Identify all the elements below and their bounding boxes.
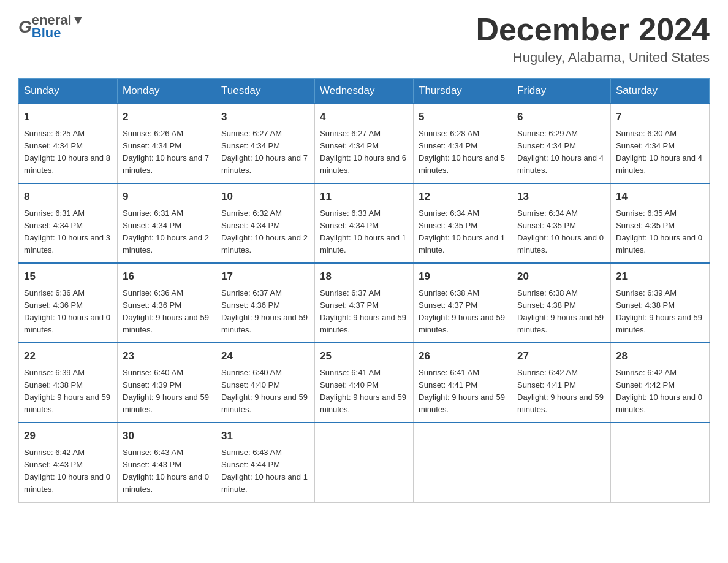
day-info: Sunrise: 6:36 AMSunset: 4:36 PMDaylight:… (123, 288, 209, 334)
calendar-day-cell: 10Sunrise: 6:32 AMSunset: 4:34 PMDayligh… (216, 183, 315, 263)
day-number: 3 (221, 109, 309, 125)
day-info: Sunrise: 6:25 AMSunset: 4:34 PMDaylight:… (24, 129, 110, 175)
calendar-day-cell: 20Sunrise: 6:38 AMSunset: 4:38 PMDayligh… (512, 263, 611, 343)
day-number: 23 (123, 348, 211, 364)
calendar-day-cell: 11Sunrise: 6:33 AMSunset: 4:34 PMDayligh… (315, 183, 414, 263)
day-number: 1 (24, 109, 112, 125)
day-info: Sunrise: 6:43 AMSunset: 4:43 PMDaylight:… (123, 448, 209, 494)
day-info: Sunrise: 6:41 AMSunset: 4:40 PMDaylight:… (320, 368, 406, 414)
day-number: 9 (123, 189, 211, 205)
title-area: December 2024 Huguley, Alabama, United S… (476, 12, 710, 66)
day-number: 6 (517, 109, 605, 125)
day-info: Sunrise: 6:42 AMSunset: 4:41 PMDaylight:… (517, 368, 604, 414)
calendar-day-header: Friday (512, 79, 611, 104)
calendar-day-cell: 19Sunrise: 6:38 AMSunset: 4:37 PMDayligh… (414, 263, 512, 343)
day-number: 18 (320, 269, 408, 285)
day-info: Sunrise: 6:28 AMSunset: 4:34 PMDaylight:… (419, 129, 505, 175)
day-number: 24 (221, 348, 309, 364)
day-info: Sunrise: 6:32 AMSunset: 4:34 PMDaylight:… (221, 209, 308, 255)
calendar-day-cell: 26Sunrise: 6:41 AMSunset: 4:41 PMDayligh… (414, 343, 512, 423)
calendar-day-cell: 8Sunrise: 6:31 AMSunset: 4:34 PMDaylight… (19, 183, 118, 263)
day-info: Sunrise: 6:33 AMSunset: 4:34 PMDaylight:… (320, 209, 406, 255)
calendar-day-cell: 17Sunrise: 6:37 AMSunset: 4:36 PMDayligh… (216, 263, 315, 343)
calendar-day-header: Sunday (19, 79, 118, 104)
day-info: Sunrise: 6:39 AMSunset: 4:38 PMDaylight:… (24, 368, 110, 414)
day-number: 28 (616, 348, 704, 364)
calendar-day-header: Wednesday (315, 79, 414, 104)
day-info: Sunrise: 6:40 AMSunset: 4:39 PMDaylight:… (123, 368, 209, 414)
calendar-day-cell: 16Sunrise: 6:36 AMSunset: 4:36 PMDayligh… (118, 263, 216, 343)
calendar-day-cell: 4Sunrise: 6:27 AMSunset: 4:34 PMDaylight… (315, 104, 414, 183)
calendar-day-cell: 25Sunrise: 6:41 AMSunset: 4:40 PMDayligh… (315, 343, 414, 423)
calendar-day-cell: 5Sunrise: 6:28 AMSunset: 4:34 PMDaylight… (414, 104, 512, 183)
calendar-day-cell: 31Sunrise: 6:43 AMSunset: 4:44 PMDayligh… (216, 423, 315, 502)
calendar-week-row: 29Sunrise: 6:42 AMSunset: 4:43 PMDayligh… (19, 423, 710, 502)
day-number: 5 (419, 109, 507, 125)
day-info: Sunrise: 6:43 AMSunset: 4:44 PMDaylight:… (221, 448, 308, 494)
calendar-title: December 2024 (476, 12, 710, 47)
day-number: 16 (123, 269, 211, 285)
day-number: 12 (419, 189, 507, 205)
day-info: Sunrise: 6:31 AMSunset: 4:34 PMDaylight:… (123, 209, 209, 255)
calendar-day-cell: 27Sunrise: 6:42 AMSunset: 4:41 PMDayligh… (512, 343, 611, 423)
day-number: 19 (419, 269, 507, 285)
day-info: Sunrise: 6:37 AMSunset: 4:37 PMDaylight:… (320, 288, 406, 334)
day-info: Sunrise: 6:37 AMSunset: 4:36 PMDaylight:… (221, 288, 308, 334)
day-number: 29 (24, 428, 112, 444)
page-header: G eneral▼ Blue December 2024 Huguley, Al… (18, 12, 710, 66)
calendar-day-cell: 1Sunrise: 6:25 AMSunset: 4:34 PMDaylight… (19, 104, 118, 183)
logo-blue-text: Blue (32, 25, 85, 41)
day-info: Sunrise: 6:27 AMSunset: 4:34 PMDaylight:… (320, 129, 406, 175)
day-info: Sunrise: 6:38 AMSunset: 4:38 PMDaylight:… (517, 288, 604, 334)
day-number: 30 (123, 428, 211, 444)
calendar-day-cell: 9Sunrise: 6:31 AMSunset: 4:34 PMDaylight… (118, 183, 216, 263)
day-number: 14 (616, 189, 704, 205)
calendar-day-cell (611, 423, 710, 502)
calendar-day-cell: 24Sunrise: 6:40 AMSunset: 4:40 PMDayligh… (216, 343, 315, 423)
calendar-subtitle: Huguley, Alabama, United States (476, 50, 710, 66)
day-number: 10 (221, 189, 309, 205)
calendar-day-cell: 21Sunrise: 6:39 AMSunset: 4:38 PMDayligh… (611, 263, 710, 343)
day-info: Sunrise: 6:42 AMSunset: 4:43 PMDaylight:… (24, 448, 110, 494)
day-info: Sunrise: 6:40 AMSunset: 4:40 PMDaylight:… (221, 368, 308, 414)
calendar-week-row: 1Sunrise: 6:25 AMSunset: 4:34 PMDaylight… (19, 104, 710, 183)
calendar-day-cell: 6Sunrise: 6:29 AMSunset: 4:34 PMDaylight… (512, 104, 611, 183)
day-number: 13 (517, 189, 605, 205)
calendar-day-cell (315, 423, 414, 502)
day-info: Sunrise: 6:29 AMSunset: 4:34 PMDaylight:… (517, 129, 604, 175)
day-info: Sunrise: 6:39 AMSunset: 4:38 PMDaylight:… (616, 288, 702, 334)
calendar-day-cell: 28Sunrise: 6:42 AMSunset: 4:42 PMDayligh… (611, 343, 710, 423)
calendar-header-row: SundayMondayTuesdayWednesdayThursdayFrid… (19, 79, 710, 104)
calendar-day-cell: 29Sunrise: 6:42 AMSunset: 4:43 PMDayligh… (19, 423, 118, 502)
day-number: 15 (24, 269, 112, 285)
day-number: 7 (616, 109, 704, 125)
day-info: Sunrise: 6:27 AMSunset: 4:34 PMDaylight:… (221, 129, 308, 175)
day-info: Sunrise: 6:36 AMSunset: 4:36 PMDaylight:… (24, 288, 110, 334)
logo: G eneral▼ Blue (18, 12, 85, 41)
day-number: 8 (24, 189, 112, 205)
day-number: 2 (123, 109, 211, 125)
calendar-day-cell: 22Sunrise: 6:39 AMSunset: 4:38 PMDayligh… (19, 343, 118, 423)
day-number: 31 (221, 428, 309, 444)
calendar-day-cell: 15Sunrise: 6:36 AMSunset: 4:36 PMDayligh… (19, 263, 118, 343)
calendar-day-cell: 7Sunrise: 6:30 AMSunset: 4:34 PMDaylight… (611, 104, 710, 183)
day-number: 22 (24, 348, 112, 364)
calendar-day-cell (512, 423, 611, 502)
calendar-day-cell: 18Sunrise: 6:37 AMSunset: 4:37 PMDayligh… (315, 263, 414, 343)
calendar-week-row: 8Sunrise: 6:31 AMSunset: 4:34 PMDaylight… (19, 183, 710, 263)
calendar-day-header: Monday (118, 79, 216, 104)
calendar-day-cell: 14Sunrise: 6:35 AMSunset: 4:35 PMDayligh… (611, 183, 710, 263)
calendar-day-header: Thursday (414, 79, 512, 104)
day-info: Sunrise: 6:42 AMSunset: 4:42 PMDaylight:… (616, 368, 702, 414)
calendar-day-cell: 13Sunrise: 6:34 AMSunset: 4:35 PMDayligh… (512, 183, 611, 263)
day-info: Sunrise: 6:26 AMSunset: 4:34 PMDaylight:… (123, 129, 209, 175)
day-info: Sunrise: 6:41 AMSunset: 4:41 PMDaylight:… (419, 368, 505, 414)
calendar-day-cell (414, 423, 512, 502)
day-info: Sunrise: 6:38 AMSunset: 4:37 PMDaylight:… (419, 288, 505, 334)
calendar-day-cell: 3Sunrise: 6:27 AMSunset: 4:34 PMDaylight… (216, 104, 315, 183)
calendar-day-cell: 2Sunrise: 6:26 AMSunset: 4:34 PMDaylight… (118, 104, 216, 183)
calendar-week-row: 22Sunrise: 6:39 AMSunset: 4:38 PMDayligh… (19, 343, 710, 423)
calendar-day-cell: 23Sunrise: 6:40 AMSunset: 4:39 PMDayligh… (118, 343, 216, 423)
day-number: 11 (320, 189, 408, 205)
calendar-day-header: Tuesday (216, 79, 315, 104)
